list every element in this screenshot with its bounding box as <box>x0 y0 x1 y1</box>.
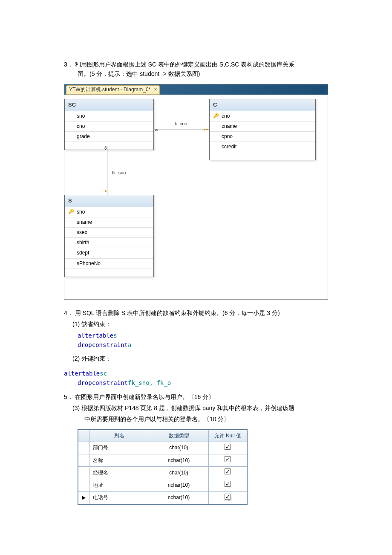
header-allow-null: 允许 Null 值 <box>209 430 247 442</box>
fk-label-cno: fk_cno <box>173 120 187 128</box>
table-row[interactable]: sbirth <box>65 238 153 248</box>
row-indicator <box>78 454 89 467</box>
header-row-indicator <box>78 430 89 442</box>
table-row[interactable]: cname <box>210 121 315 132</box>
checkbox-icon[interactable] <box>225 456 231 462</box>
close-icon[interactable]: × <box>154 86 157 94</box>
table-blank-row <box>210 152 315 160</box>
cell-type[interactable]: char(10) <box>149 467 209 479</box>
question-4: 4． 用 SQL 语言删除 S 表中所创建的缺省约束和外键约束。(6 分，每一小… <box>64 308 328 364</box>
sql-keyword: dropconstraint <box>78 341 128 348</box>
cell-name[interactable]: 电话号 <box>89 491 149 504</box>
table-row[interactable]: ccredit <box>210 142 315 152</box>
table-s[interactable]: S 🔑sno sname ssex sbirth sdept sPhoneNo <box>64 195 154 277</box>
row-indicator <box>78 467 89 479</box>
q4-number: 4． <box>64 309 73 316</box>
cell-null[interactable] <box>209 454 247 467</box>
cell-name[interactable]: 地址 <box>89 479 149 491</box>
cell-null[interactable] <box>209 491 247 504</box>
table-row[interactable]: 经理名 char(10) <box>78 467 247 479</box>
table-row[interactable]: 名称 nchar(10) <box>78 454 247 467</box>
sql-keyword: dropconstraint <box>78 379 128 386</box>
q5-text: 在图形用户界面中创建新登录名以与用户。〔16 分〕 <box>75 393 214 400</box>
diagram-canvas[interactable]: SC sno cno grade C 🔑cno cname cpno ccred… <box>64 95 328 299</box>
q3-text: 利用图形用户界面根据上述 SC 表中的外键定义画出由 S,C,SC 表构成的数据… <box>75 61 295 68</box>
code-block-1: altertables dropconstrainta <box>78 331 328 350</box>
checkbox-icon[interactable] <box>225 468 231 474</box>
q5-sub3: (3) 根据第四版教材 P148 页第 8 题，创建数据库 pany 和其中的根… <box>72 403 328 413</box>
table-c-header: C <box>210 99 315 111</box>
table-row[interactable]: 🔑sno <box>65 207 153 217</box>
q4-sub1: (1) 缺省约束： <box>72 319 328 329</box>
key-end-icon: ●━ <box>203 126 208 133</box>
cell-name[interactable]: 经理名 <box>89 467 149 479</box>
header-column-name: 列名 <box>89 430 149 442</box>
q3-number: 3． <box>64 61 73 68</box>
header-data-type: 数据类型 <box>149 430 209 442</box>
table-header-row: 列名 数据类型 允许 Null 值 <box>78 430 247 442</box>
q4-text: 用 SQL 语言删除 S 表中所创建的缺省约束和外键约束。(6 分，每一小题 3… <box>75 309 280 316</box>
table-body: 部门号 char(10) 名称 nchar(10) 经理名 char(10) 地… <box>78 442 247 504</box>
connector-sno <box>107 146 107 195</box>
cell-type[interactable]: nchar(10) <box>149 454 209 467</box>
tab-label: YTW的计算机.student - Diagram_0* <box>69 86 150 94</box>
cell-type[interactable]: nchar(10) <box>149 491 209 504</box>
key-icon: 🔑 <box>213 112 219 120</box>
table-row[interactable]: 部门号 char(10) <box>78 442 247 454</box>
q5-sub3b: 中所需要用到的各个用户以与相关的登录名。〔10 分〕 <box>84 414 328 424</box>
table-row[interactable]: ssex <box>65 228 153 238</box>
code-line-drop: dropconstraintfk_sno, fk_o <box>78 378 328 387</box>
sql-identifier: fk_sno, fk_o <box>128 379 171 386</box>
q3-text-line2: 图。(5 分，提示：选中 student -> 数据关系图) <box>78 69 328 78</box>
table-row[interactable]: sno <box>65 111 153 121</box>
table-c[interactable]: C 🔑cno cname cpno ccredit <box>209 99 316 161</box>
key-end-icon: ● <box>104 188 107 194</box>
table-blank-row <box>65 269 153 277</box>
table-row[interactable]: sdept <box>65 248 153 258</box>
cell-null[interactable] <box>209 442 247 454</box>
table-row[interactable]: cpno <box>210 132 315 142</box>
table-sc[interactable]: SC sno cno grade <box>64 99 154 150</box>
fk-label-sno: fk_sno <box>112 169 126 177</box>
checkbox-icon[interactable] <box>225 494 231 500</box>
cell-name[interactable]: 部门号 <box>89 442 149 454</box>
columns-table[interactable]: 列名 数据类型 允许 Null 值 部门号 char(10) 名称 nchar(… <box>78 429 248 505</box>
table-row[interactable]: 地址 nchar(10) <box>78 479 247 491</box>
cell-type[interactable]: nchar(10) <box>149 479 209 491</box>
checkbox-icon[interactable] <box>225 444 231 450</box>
sql-keyword: altertable <box>78 332 113 339</box>
row-pointer-icon: ▶ <box>82 494 86 500</box>
cell-type[interactable]: char(10) <box>149 442 209 454</box>
table-blank-row <box>65 142 153 150</box>
table-row[interactable]: ▶ 电话号 nchar(10) <box>78 491 247 504</box>
table-row[interactable]: 🔑cno <box>210 111 315 121</box>
cell-null[interactable] <box>209 479 247 491</box>
cell-name[interactable]: 名称 <box>89 454 149 467</box>
checkbox-icon[interactable] <box>225 481 231 487</box>
code-line-alter: altertablesc <box>64 369 328 378</box>
question-3: 3． 利用图形用户界面根据上述 SC 表中的外键定义画出由 S,C,SC 表构成… <box>64 60 328 79</box>
key-icon: 🔑 <box>68 208 74 216</box>
q5-number: 5． <box>64 393 73 400</box>
tab-diagram[interactable]: YTW的计算机.student - Diagram_0* × <box>66 85 160 95</box>
tab-bar: YTW的计算机.student - Diagram_0* × <box>64 84 328 95</box>
sql-identifier: sc <box>100 370 107 377</box>
sql-keyword: altertable <box>64 370 100 377</box>
cell-null[interactable] <box>209 467 247 479</box>
connector-cno <box>154 130 209 130</box>
row-indicator: ▶ <box>78 491 89 504</box>
table-designer: 列名 数据类型 允许 Null 值 部门号 char(10) 名称 nchar(… <box>78 429 328 505</box>
database-diagram: YTW的计算机.student - Diagram_0* × SC sno cn… <box>64 84 328 300</box>
row-indicator <box>78 479 89 491</box>
row-indicator <box>78 442 89 454</box>
table-row[interactable]: sname <box>65 217 153 228</box>
infinity-icon: 8 <box>104 145 107 152</box>
sql-identifier: s <box>113 332 117 339</box>
table-s-header: S <box>65 195 153 207</box>
table-row[interactable]: sPhoneNo <box>65 259 153 269</box>
sql-identifier: a <box>128 341 131 348</box>
q4-sub2: (2) 外键约束： <box>72 354 328 363</box>
table-row[interactable]: grade <box>65 132 153 142</box>
table-row[interactable]: cno <box>65 121 153 132</box>
table-sc-header: SC <box>65 99 153 111</box>
